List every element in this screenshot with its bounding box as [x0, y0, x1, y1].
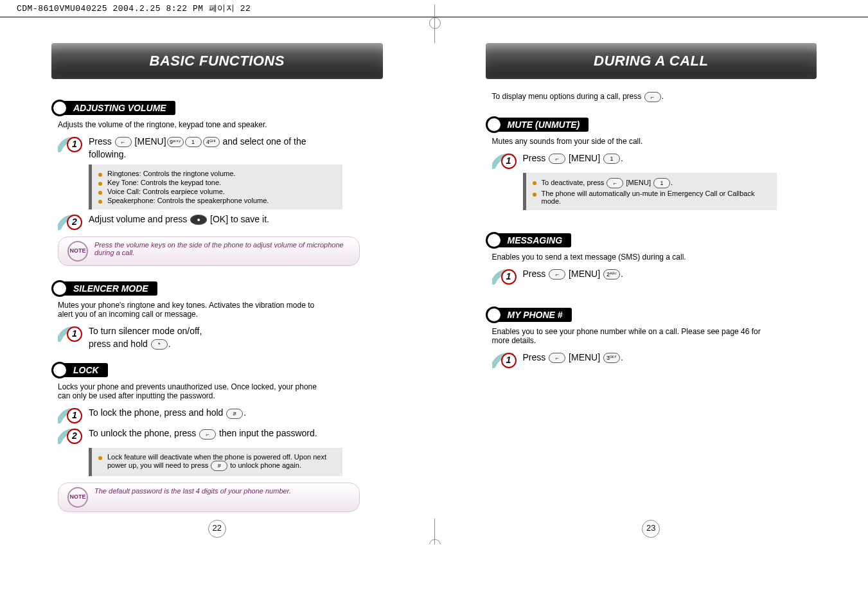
step-number-2-icon: 2 — [58, 427, 84, 444]
step-row: 2 Adjust volume and press ● [OK] to save… — [58, 213, 341, 230]
softkey-icon: ⌐ — [607, 178, 623, 188]
section-heading-lock: LOCK — [58, 363, 108, 377]
softkey-icon: ⌐ — [549, 353, 565, 363]
bullet-text: Key Tone: Controls the keypad tone. — [107, 179, 221, 186]
page-title-left: BASIC FUNCTIONS — [51, 43, 383, 79]
bullet-box: Ringtones: Controls the ringtone volume.… — [89, 164, 342, 209]
key-hash-icon: # — [226, 409, 243, 419]
key-hash-icon: # — [211, 461, 227, 471]
section-heading-mute: MUTE (UNMUTE) — [492, 118, 589, 132]
note-box: NOTE The default password is the last 4 … — [58, 483, 360, 512]
step-text: To unlock the phone, press ⌐ then input … — [89, 427, 317, 440]
softkey-icon: ⌐ — [549, 154, 565, 164]
step-row: 1 Press ⌐ [MENU]9ʷˣʸ14ᴳᴴᴵ and select one… — [58, 136, 341, 161]
section-heading-my-phone: MY PHONE # — [492, 308, 572, 322]
section-desc: Mutes any sounds from your side of the c… — [492, 137, 762, 146]
section-heading-silencer-mode: SILENCER MODE — [58, 281, 157, 296]
step-number-1-icon: 1 — [58, 407, 84, 423]
softkey-icon: ⌐ — [644, 92, 661, 102]
right-page: C H 2 DURING A CALL To display menu opti… — [434, 17, 869, 544]
key-1-icon: 1 — [653, 178, 670, 188]
page-number-right: 23 — [642, 520, 660, 538]
softkey-icon: ⌐ — [115, 137, 132, 147]
bullet-box: To deactivate, press ⌐ [MENU] 1. The pho… — [523, 173, 777, 210]
page-title-right: DURING A CALL — [486, 43, 817, 79]
softkey-icon: ⌐ — [549, 269, 565, 280]
step-row: 1 Press ⌐ [MENU] 1. — [492, 152, 775, 169]
section-desc: Adjusts the volume of the ringtone, keyp… — [58, 120, 328, 129]
key-9-icon: 9ʷˣʸ — [167, 137, 184, 147]
section-desc: Locks your phone and prevents unauthoriz… — [58, 382, 328, 400]
ok-key-icon: ● — [190, 215, 207, 225]
bullet-text: Lock feature will deactivate when the ph… — [107, 453, 336, 471]
note-text: Press the volume keys on the side of the… — [94, 241, 350, 256]
step-text: Press ⌐ [MENU] 2ᴬᴮᶜ. — [523, 268, 623, 281]
note-box: NOTE Press the volume keys on the side o… — [58, 236, 360, 266]
step-text: Press ⌐ [MENU] 3ᴰᴱᶠ. — [523, 351, 623, 364]
step-row: 2 To unlock the phone, press ⌐ then inpu… — [58, 427, 341, 444]
bullet-text: To deactivate, press ⌐ [MENU] 1. — [542, 178, 673, 188]
key-star-icon: * — [151, 339, 168, 350]
bullet-text: The phone will automatically un-mute in … — [542, 190, 770, 205]
bullet-box: Lock feature will deactivate when the ph… — [89, 448, 342, 476]
section-desc: Mutes your phone's ringtone and key tone… — [58, 301, 328, 319]
bullet-text: Voice Call: Controls earpiece volume. — [107, 188, 225, 195]
step-row: 1 Press ⌐ [MENU] 2ᴬᴮᶜ. — [492, 268, 775, 285]
step-number-1-icon: 1 — [58, 325, 84, 342]
left-page: C H 2 BASIC FUNCTIONS ADJUSTING VOLUME A… — [0, 17, 434, 544]
bullet-text: Ringtones: Controls the ringtone volume. — [107, 170, 235, 177]
section-desc: Enables you to see your phone number whi… — [492, 327, 762, 345]
step-row: 1 To lock the phone, press and hold #. — [58, 407, 341, 423]
note-text: The default password is the last 4 digit… — [94, 487, 291, 495]
key-3-icon: 3ᴰᴱᶠ — [603, 353, 620, 363]
key-1-icon: 1 — [603, 154, 620, 164]
key-1-icon: 1 — [185, 137, 202, 147]
page-number-left: 22 — [208, 520, 226, 538]
step-number-1-icon: 1 — [492, 268, 518, 285]
softkey-icon: ⌐ — [199, 429, 216, 440]
intro-text: To display menu options during a call, p… — [492, 92, 762, 102]
key-2-icon: 2ᴬᴮᶜ — [603, 269, 620, 280]
step-row: 1 To turn silencer mode on/off, press an… — [58, 325, 341, 350]
spread: C H 2 BASIC FUNCTIONS ADJUSTING VOLUME A… — [0, 17, 868, 544]
step-number-1-icon: 1 — [492, 351, 518, 368]
section-desc: Enables you to send a text message (SMS)… — [492, 253, 762, 262]
section-heading-adjusting-volume: ADJUSTING VOLUME — [58, 101, 175, 115]
step-text: Press ⌐ [MENU] 1. — [523, 152, 623, 165]
step-text: Press ⌐ [MENU]9ʷˣʸ14ᴳᴴᴵ and select one o… — [89, 136, 341, 161]
step-number-1-icon: 1 — [492, 152, 518, 169]
step-text: Adjust volume and press ● [OK] to save i… — [89, 213, 269, 226]
step-number-2-icon: 2 — [58, 213, 84, 230]
bullet-text: Speakerphone: Controls the speakerphone … — [107, 197, 269, 204]
note-icon: NOTE — [67, 487, 88, 508]
section-heading-messaging: MESSAGING — [492, 233, 572, 247]
step-text: To lock the phone, press and hold #. — [89, 407, 246, 420]
step-number-1-icon: 1 — [58, 136, 84, 152]
key-4-icon: 4ᴳᴴᴵ — [203, 137, 220, 147]
note-icon: NOTE — [67, 241, 88, 262]
step-text: To turn silencer mode on/off, press and … — [89, 325, 202, 350]
step-row: 1 Press ⌐ [MENU] 3ᴰᴱᶠ. — [492, 351, 775, 368]
